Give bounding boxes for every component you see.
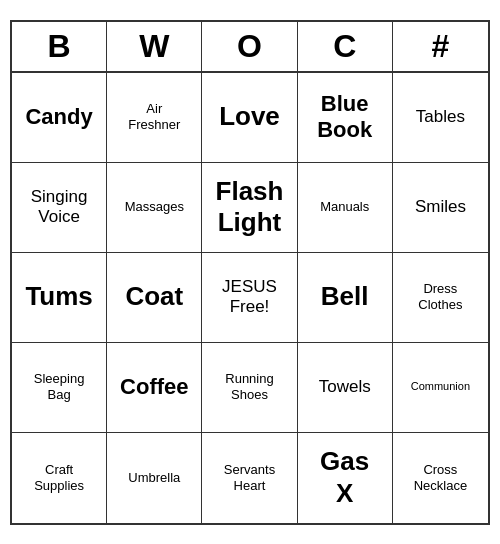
header-row: BWOC#	[12, 22, 488, 73]
cell-text-16: Coffee	[120, 374, 188, 400]
cell-text-0: Candy	[25, 104, 92, 130]
header-col-w: W	[107, 22, 202, 71]
header-col-c: C	[298, 22, 393, 71]
cell-24: CrossNecklace	[393, 433, 488, 523]
cell-text-3: BlueBook	[317, 91, 372, 144]
header-col-#: #	[393, 22, 488, 71]
cell-text-9: Smiles	[415, 197, 466, 217]
cell-text-4: Tables	[416, 107, 465, 127]
cell-10: Tums	[12, 253, 107, 343]
cell-5: SingingVoice	[12, 163, 107, 253]
cell-13: Bell	[298, 253, 393, 343]
cell-text-6: Massages	[125, 199, 184, 215]
cell-19: Communion	[393, 343, 488, 433]
cell-17: RunningShoes	[202, 343, 297, 433]
cell-text-14: DressClothes	[418, 281, 462, 312]
cell-8: Manuals	[298, 163, 393, 253]
cell-22: ServantsHeart	[202, 433, 297, 523]
cell-9: Smiles	[393, 163, 488, 253]
cell-text-24: CrossNecklace	[414, 462, 467, 493]
cell-text-17: RunningShoes	[225, 371, 273, 402]
cell-6: Massages	[107, 163, 202, 253]
cell-text-22: ServantsHeart	[224, 462, 275, 493]
cell-text-12: JESUSFree!	[222, 277, 277, 318]
cell-7: FlashLight	[202, 163, 297, 253]
bingo-card: BWOC# CandyAirFreshnerLoveBlueBookTables…	[10, 20, 490, 525]
cell-11: Coat	[107, 253, 202, 343]
cell-0: Candy	[12, 73, 107, 163]
cell-14: DressClothes	[393, 253, 488, 343]
bingo-grid: CandyAirFreshnerLoveBlueBookTablesSingin…	[12, 73, 488, 523]
cell-text-11: Coat	[125, 281, 183, 312]
cell-text-13: Bell	[321, 281, 369, 312]
cell-text-1: AirFreshner	[128, 101, 180, 132]
cell-16: Coffee	[107, 343, 202, 433]
cell-12: JESUSFree!	[202, 253, 297, 343]
cell-23: GasX	[298, 433, 393, 523]
cell-text-2: Love	[219, 101, 280, 132]
cell-2: Love	[202, 73, 297, 163]
cell-1: AirFreshner	[107, 73, 202, 163]
cell-15: SleepingBag	[12, 343, 107, 433]
cell-text-19: Communion	[411, 380, 470, 393]
cell-3: BlueBook	[298, 73, 393, 163]
cell-text-10: Tums	[25, 281, 92, 312]
header-col-b: B	[12, 22, 107, 71]
cell-text-21: Umbrella	[128, 470, 180, 486]
cell-text-23: GasX	[320, 446, 369, 508]
cell-21: Umbrella	[107, 433, 202, 523]
cell-20: CraftSupplies	[12, 433, 107, 523]
cell-18: Towels	[298, 343, 393, 433]
cell-4: Tables	[393, 73, 488, 163]
cell-text-5: SingingVoice	[31, 187, 88, 228]
cell-text-15: SleepingBag	[34, 371, 85, 402]
cell-text-8: Manuals	[320, 199, 369, 215]
cell-text-18: Towels	[319, 377, 371, 397]
cell-text-7: FlashLight	[216, 176, 284, 238]
cell-text-20: CraftSupplies	[34, 462, 84, 493]
header-col-o: O	[202, 22, 297, 71]
